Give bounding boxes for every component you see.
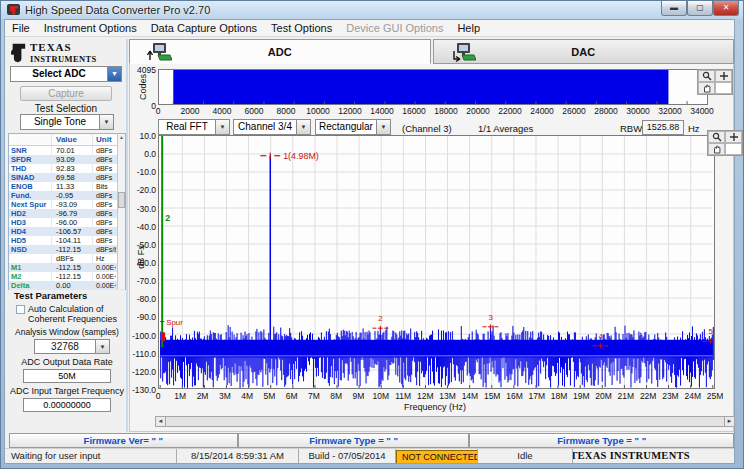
stat-unit: dBFs — [92, 227, 116, 236]
scroll-left-icon[interactable]: ◄ — [155, 416, 166, 427]
stat-value: 0.00 — [51, 281, 92, 290]
stats-table-header: ValueUnit — [9, 134, 125, 146]
stat-value: 70.01 — [51, 146, 92, 155]
codes-x-tick: 26000 — [562, 106, 586, 116]
adc-output-data-rate-label: ADC Output Data Rate — [8, 357, 126, 367]
channel-value: Channel 3/4 — [234, 120, 296, 134]
test-selection-arrow-icon: ▼ — [99, 115, 113, 129]
fft-x-tick: 15M — [484, 391, 501, 401]
fft-y-tick: 10.0 — [130, 131, 156, 141]
tab-dac[interactable]: DAC — [433, 39, 735, 64]
scroll-right-icon[interactable]: ► — [724, 416, 735, 427]
fft-y-tick: -30.0 — [130, 204, 156, 214]
stat-value: dBFs — [51, 254, 92, 263]
stats-row-sinad: SINAD69.58dBFs — [9, 173, 125, 182]
fft-x-tick: 1M — [174, 391, 186, 401]
menu-device-gui-options: Device GUI Options — [339, 20, 450, 36]
codes-y-tick: 4095 — [130, 65, 156, 75]
codes-x-tick: 24000 — [530, 106, 554, 116]
auto-calc-checkbox[interactable] — [16, 305, 25, 314]
stat-unit: dBFs — [92, 146, 116, 155]
status-timestamp: 8/15/2014 8:59:31 AM — [177, 449, 299, 463]
menu-instrument-options[interactable]: Instrument Options — [37, 20, 144, 36]
menu-help[interactable]: Help — [450, 20, 487, 36]
fft-y-tick: -120.0 — [130, 367, 156, 377]
pan-hand-icon[interactable] — [698, 82, 715, 94]
stats-header-name — [9, 134, 51, 145]
scrollbar-track[interactable] — [166, 416, 724, 427]
codes-x-tick: 14000 — [370, 106, 394, 116]
scrollbar-thumb[interactable] — [118, 192, 125, 208]
zoom-empty-cell — [725, 143, 742, 155]
window-type-dropdown[interactable]: Rectangular ▼ — [315, 119, 391, 135]
zoom-in-icon[interactable] — [725, 131, 742, 143]
stat-value: -96.79 — [51, 209, 92, 218]
stat-name: HD2 — [9, 209, 51, 218]
pan-hand-icon[interactable] — [708, 143, 725, 155]
codes-chart[interactable] — [158, 69, 708, 105]
test-selection-dropdown[interactable]: Single Tone ▼ — [20, 114, 114, 130]
window-buttons: ▬ ▢ ✕ — [661, 1, 739, 16]
stat-value: 92.83 — [51, 164, 92, 173]
channel-note: (Channel 3) — [402, 123, 452, 134]
stat-unit: dBFs — [92, 164, 116, 173]
channel-dropdown[interactable]: Channel 3/4 ▼ — [233, 119, 311, 135]
firmware-cell-3: Firmware Type = " " — [469, 433, 734, 448]
fft-y-tick: -50.0 — [130, 240, 156, 250]
select-adc-dropdown[interactable]: Select ADC ▼ — [10, 66, 122, 82]
fft-y-tick: -10.0 — [130, 167, 156, 177]
test-selection-value: Single Tone — [21, 115, 99, 129]
menu-data-capture-options[interactable]: Data Capture Options — [144, 20, 264, 36]
tab-adc[interactable]: ADC — [129, 39, 431, 64]
fft-y-tick: 0.0 — [130, 149, 156, 159]
fft-x-tick: 21M — [618, 391, 635, 401]
codes-x-tick: 28000 — [594, 106, 618, 116]
brand-text: Texas Instruments — [573, 449, 690, 463]
fft-y-tick: -110.0 — [130, 349, 156, 359]
zoom-in-icon[interactable] — [715, 70, 732, 82]
stat-name: M1 — [9, 263, 51, 272]
stats-row-next-spur: Next Spur-93.09dBFs — [9, 200, 125, 209]
fft-x-tick: 12M — [417, 391, 434, 401]
codes-x-tick: 18000 — [434, 106, 458, 116]
svg-text:3: 3 — [488, 313, 493, 322]
stat-value: 69.58 — [51, 173, 92, 182]
stat-unit: Hz — [92, 254, 116, 263]
rbw-label: RBW — [620, 123, 642, 134]
scrollbar-thumb[interactable] — [166, 417, 724, 426]
menu-test-options[interactable]: Test Options — [264, 20, 339, 36]
ti-logo: Texas Instruments — [10, 41, 97, 64]
zoom-select-icon[interactable] — [698, 70, 715, 82]
fft-y-tick: -130.0 — [130, 385, 156, 395]
analysis-window-dropdown[interactable]: 32768 ▼ — [34, 339, 110, 354]
stats-header-Value: Value — [51, 134, 92, 145]
svg-text:Spur: Spur — [166, 318, 183, 327]
status-bar: Waiting for user input 8/15/2014 8:59:31… — [5, 448, 734, 463]
title-bar[interactable]: High Speed Data Converter Pro v2.70 ▬ ▢ … — [1, 1, 743, 19]
stat-unit: dBFs — [92, 191, 116, 200]
minimize-button[interactable]: ▬ — [661, 1, 687, 16]
adc-input-target-frequency-input[interactable] — [23, 398, 111, 412]
stat-name: SINAD — [9, 173, 51, 182]
stats-row-nsd: NSD-112.15dBFs/bin — [9, 245, 125, 254]
stats-row-hd3: HD3-96.00dBFs — [9, 218, 125, 227]
adc-output-data-rate-input[interactable] — [23, 369, 111, 383]
app-icon — [7, 4, 21, 16]
fft-x-tick: 18M — [551, 391, 568, 401]
fft-h-scrollbar[interactable]: ◄ ► — [155, 416, 735, 427]
close-button[interactable]: ✕ — [713, 1, 739, 16]
zoom-select-icon[interactable] — [708, 131, 725, 143]
auto-calc-label: Auto Calculation of Coherent Frequencies — [28, 304, 123, 324]
fft-chart[interactable]: 2Spur1(4.98M)2345 — [158, 135, 715, 389]
averages-label: 1/1 Averages — [478, 123, 533, 134]
maximize-button[interactable]: ▢ — [687, 1, 713, 16]
stats-row-subheader: dBFsHz — [9, 254, 125, 263]
stat-unit: dBFs — [92, 209, 116, 218]
menu-file[interactable]: File — [5, 20, 37, 36]
fft-type-dropdown[interactable]: Real FFT ▼ — [158, 119, 230, 135]
fft-x-tick: 7M — [308, 391, 320, 401]
stat-unit: dBFs — [92, 218, 116, 227]
stat-name: HD5 — [9, 236, 51, 245]
stats-scrollbar[interactable]: ▲ — [117, 134, 125, 289]
scroll-up-icon[interactable]: ▲ — [118, 134, 125, 140]
